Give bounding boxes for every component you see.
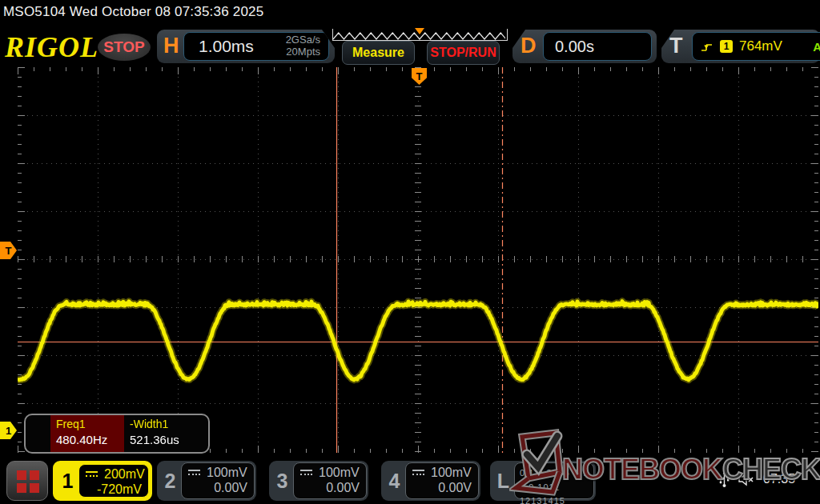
channel-scale: 100mV: [207, 466, 247, 480]
memory-depth: 20Mpts: [286, 46, 320, 58]
measure-button[interactable]: Measure: [342, 41, 415, 65]
channel-offset: -720mV: [86, 482, 142, 497]
measurement-results-box[interactable]: Freq1 480.40Hz -Width1 521.36us: [24, 414, 210, 454]
measurement-name: -Width1: [130, 418, 204, 430]
channel-scale: 100mV: [319, 466, 360, 480]
digital-channel-list: 0 1 2 3 4 5 6 7 8 9 1011 12131415: [514, 462, 594, 499]
digital-label: L: [490, 461, 517, 501]
digital-channels-box[interactable]: L 0 1 2 3 4 5 6 7 8 9 1011 12131415: [490, 461, 596, 501]
channel-1-number: 1: [54, 462, 81, 499]
channel-4-number: 4: [381, 461, 408, 501]
trigger-label: T: [669, 34, 683, 58]
window-title: MSO5104 Wed October 08 07:35:36 2025: [3, 4, 263, 20]
channel-offset: 0.00V: [188, 481, 247, 495]
digital-row-1: 0 1 2 3 4 5 6 7: [520, 466, 593, 481]
main-menu-button[interactable]: [6, 461, 48, 501]
coupling-icon: [412, 470, 424, 477]
coupling-icon: [86, 471, 98, 478]
trigger-box[interactable]: 1 764mV A: [692, 32, 820, 61]
trigger-level-value: 764mV: [739, 38, 782, 54]
timebase-box[interactable]: 1.00ms 2GSa/s 20Mpts: [183, 32, 329, 61]
coupling-icon: [188, 470, 200, 477]
coupling-icon: [300, 470, 312, 477]
digital-row-2: 8 9 1011 12131415: [520, 481, 593, 504]
channel-4-box[interactable]: 4 100mV 0.00V: [381, 461, 480, 501]
trigger-sweep-mode: A: [813, 40, 820, 54]
channel-4-values: 100mV 0.00V: [405, 462, 479, 499]
samplerate-memdepth: 2GSa/s 20Mpts: [286, 34, 320, 58]
channel-3-number: 3: [269, 461, 295, 501]
channel-2-number: 2: [157, 461, 183, 501]
channel-offset: 0.00V: [300, 481, 360, 495]
status-icons: 07:35: [719, 470, 795, 488]
menu-grid-icon: [17, 470, 38, 491]
trigger-position-overview-icon[interactable]: [415, 28, 424, 34]
trigger-slope-icon: [700, 41, 713, 53]
clock-label: 07:35: [763, 472, 795, 486]
horizontal-settings-panel[interactable]: H 1.00ms 2GSa/s 20Mpts: [157, 30, 335, 63]
trigger-source-badge: 1: [720, 40, 733, 53]
waveform-display[interactable]: [18, 67, 818, 453]
measurement-value: 521.36us: [130, 433, 204, 446]
channel-2-values: 100mV 0.00V: [181, 462, 255, 499]
channel-1-values: 200mV -720mV: [78, 464, 149, 498]
stop-run-button[interactable]: STOP/RUN: [427, 41, 500, 65]
delay-box[interactable]: 0.00s: [543, 32, 652, 61]
measurement-nwidth1[interactable]: -Width1 521.36us: [124, 415, 204, 452]
run-state-badge[interactable]: STOP: [98, 34, 151, 61]
delay-value: 0.00s: [555, 38, 594, 56]
speaker-muted-icon: [738, 472, 755, 486]
channel-scale: 200mV: [104, 467, 145, 482]
channel1-offset-marker[interactable]: 1: [0, 422, 17, 439]
measurement-value: 480.40Hz: [56, 433, 124, 446]
sample-rate: 2GSa/s: [286, 34, 320, 46]
delay-settings-panel[interactable]: D 0.00s: [512, 30, 657, 63]
horizontal-label: H: [163, 34, 179, 58]
trigger-settings-panel[interactable]: T 1 764mV A: [661, 30, 820, 63]
timebase-value: 1.00ms: [199, 37, 254, 56]
rigol-logo: RIGOL: [5, 30, 98, 64]
channel-scale: 100mV: [431, 466, 472, 480]
measurement-freq1[interactable]: Freq1 480.40Hz: [50, 415, 124, 452]
channel-offset: 0.00V: [412, 481, 472, 495]
channel-3-box[interactable]: 3 100mV 0.00V: [269, 461, 368, 501]
trigger-level-marker[interactable]: T: [0, 242, 17, 259]
measurement-name: Freq1: [56, 418, 124, 430]
channel-3-values: 100mV 0.00V: [293, 462, 367, 499]
channel-2-box[interactable]: 2 100mV 0.00V: [157, 461, 256, 501]
usb-icon: [719, 470, 730, 488]
delay-label: D: [521, 34, 537, 58]
channel-1-box[interactable]: 1 200mV -720mV: [53, 461, 152, 501]
